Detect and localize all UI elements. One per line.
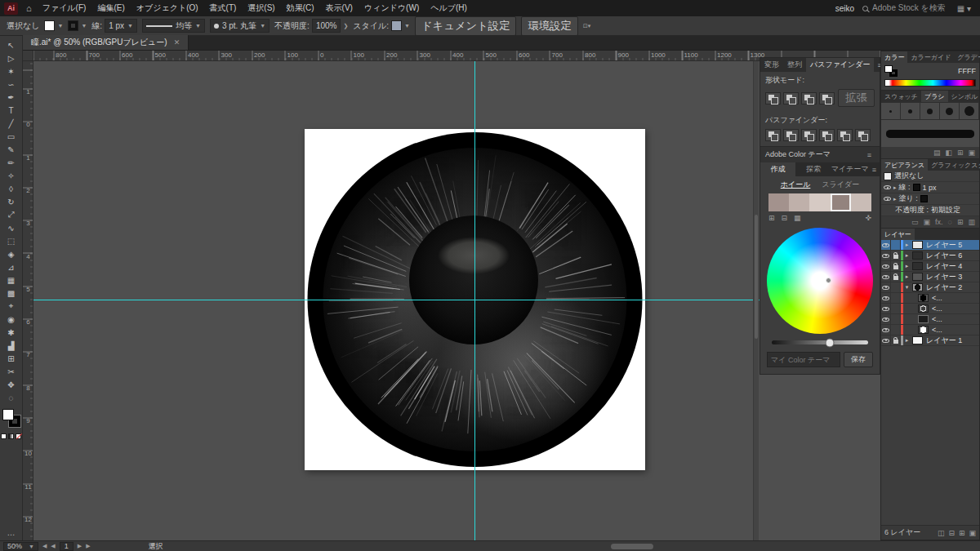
theme-swatch[interactable] — [851, 193, 871, 211]
preferences-button[interactable]: 環境設定 — [521, 16, 577, 36]
brush-item[interactable] — [881, 103, 901, 119]
theme-swatch[interactable] — [809, 193, 830, 211]
zoom-tool[interactable]: ◌ — [2, 391, 21, 404]
expand-arrow[interactable]: ▸ — [903, 273, 911, 280]
menu-item[interactable]: 選択(S) — [242, 2, 280, 14]
clear-appearance-icon[interactable]: ◌ — [948, 218, 952, 226]
gradient-tool[interactable]: ▩ — [2, 287, 21, 300]
first-artboard-icon[interactable]: ◀ — [42, 543, 47, 549]
lock-toggle[interactable] — [891, 335, 901, 345]
prev-artboard-icon[interactable]: ◀ — [51, 543, 55, 549]
layer-row[interactable]: ▸レイヤー 3 — [881, 272, 979, 282]
lock-toggle[interactable] — [891, 282, 901, 292]
perspective-grid-tool[interactable]: ⊿ — [2, 260, 21, 273]
stock-search[interactable]: Adobe Stock を検索 — [862, 2, 952, 14]
layer-row[interactable]: ▸レイヤー 6 — [881, 251, 979, 261]
tab-探索[interactable]: 探索 — [795, 162, 831, 176]
remove-swatch-icon[interactable]: ⊟ — [782, 214, 788, 222]
outline-button[interactable] — [837, 129, 853, 141]
layer-row[interactable]: <... — [881, 293, 979, 304]
brightness-slider[interactable] — [772, 340, 868, 344]
artboard-tool[interactable]: ⊞ — [2, 352, 21, 365]
workspace-switcher-icon[interactable]: ▦ ▾ — [952, 4, 976, 13]
lock-toggle[interactable] — [891, 304, 901, 313]
swatch-grid-icon[interactable]: ▦ — [794, 214, 801, 222]
delete-item-icon[interactable]: ▥ — [968, 218, 975, 226]
slider-knob[interactable] — [825, 338, 834, 347]
layer-row[interactable]: ▸レイヤー 4 — [881, 261, 979, 272]
rotate-tool[interactable]: ↻ — [2, 195, 21, 208]
expand-arrow[interactable]: ▸ — [903, 242, 911, 248]
brush-item[interactable] — [940, 103, 960, 119]
stroke-weight-field[interactable]: 1 px▼ — [105, 19, 137, 33]
visibility-toggle[interactable] — [881, 304, 891, 313]
mesh-tool[interactable]: ▦ — [2, 273, 21, 287]
document-setup-button[interactable]: ドキュメント設定 — [415, 16, 517, 36]
layer-row[interactable]: ▸レイヤー 5 — [881, 240, 979, 251]
ruler-vertical[interactable]: 10123456789101112 — [23, 61, 33, 540]
slider-link[interactable]: スライダー — [822, 180, 859, 190]
visibility-toggle[interactable] — [881, 314, 891, 324]
menu-item[interactable]: ファイル(F) — [37, 2, 92, 14]
toolbar-overflow-button[interactable]: … — [7, 528, 16, 537]
panel-menu-icon[interactable]: ≡ — [864, 151, 875, 159]
scale-tool[interactable]: ⤢ — [2, 208, 21, 221]
new-brush-icon[interactable]: ⊞ — [957, 149, 964, 157]
theme-swatch[interactable] — [789, 193, 809, 211]
shape-builder-tool[interactable]: ◈ — [2, 247, 21, 260]
stroke-color-control[interactable]: ▼ — [68, 20, 87, 31]
type-tool[interactable]: T — [2, 104, 21, 117]
lock-toggle[interactable] — [891, 293, 901, 303]
new-fill-icon[interactable]: ▣ — [924, 218, 931, 226]
divide-button[interactable] — [765, 129, 781, 141]
canvas[interactable]: 8007006005004003002001000100200300400500… — [23, 51, 980, 540]
tab-整列[interactable]: 整列 — [783, 58, 806, 72]
delete-layer-icon[interactable]: ▣ — [969, 529, 976, 537]
visibility-toggle[interactable] — [881, 325, 891, 335]
layer-row[interactable]: <... — [881, 314, 979, 325]
menu-item[interactable]: オブジェクト(O) — [131, 2, 204, 14]
eraser-tool[interactable]: ◊ — [2, 182, 21, 195]
line-segment-tool[interactable]: ╱ — [2, 117, 21, 130]
brush-item[interactable] — [920, 103, 940, 119]
save-theme-button[interactable]: 保存 — [844, 352, 873, 367]
add-swatch-icon[interactable]: ⊞ — [768, 214, 775, 222]
unite-button[interactable] — [765, 92, 781, 104]
home-icon[interactable]: ⌂ — [21, 3, 37, 13]
lock-toggle[interactable] — [891, 251, 901, 260]
brush-item[interactable] — [901, 103, 920, 119]
visibility-toggle[interactable] — [881, 293, 891, 303]
lasso-tool[interactable]: ∽ — [2, 78, 21, 91]
layer-row[interactable]: <... — [881, 304, 979, 314]
color-spectrum-bar[interactable] — [884, 79, 976, 87]
gradient-mode-button[interactable] — [8, 433, 14, 439]
color-rule-icon[interactable]: ✜ — [865, 214, 871, 222]
eye-icon[interactable] — [884, 185, 891, 189]
close-icon[interactable]: ✕ — [174, 38, 180, 47]
magic-wand-tool[interactable]: ✶ — [2, 64, 21, 78]
minus-front-button[interactable] — [783, 92, 799, 104]
menu-item[interactable]: 表示(V) — [320, 2, 359, 14]
theme-name-input[interactable] — [767, 352, 840, 367]
tab-アピアランス[interactable]: アピアランス — [881, 159, 928, 171]
expand-arrow[interactable]: ▸ — [903, 252, 911, 259]
tab-作成[interactable]: 作成 — [760, 162, 795, 176]
color-wheel-marker[interactable] — [826, 278, 831, 283]
theme-swatch[interactable] — [831, 193, 851, 211]
chevron-right-icon[interactable]: ▸ — [893, 196, 897, 202]
stroke-profile-select[interactable]: 均等▼ — [142, 19, 205, 33]
fill-stroke-control[interactable] — [2, 409, 20, 427]
brush-library-icon[interactable]: ▤ — [933, 149, 941, 157]
none-mode-button[interactable] — [16, 433, 21, 439]
theme-swatch[interactable] — [768, 193, 789, 211]
fill-color-swatch[interactable] — [2, 409, 14, 420]
new-sublayer-icon[interactable]: ⊟ — [948, 529, 955, 537]
lock-toggle[interactable] — [891, 240, 901, 250]
visibility-toggle[interactable] — [881, 251, 891, 260]
tab-グラフィックスタイル[interactable]: グラフィックスタイル — [928, 159, 980, 171]
horizontal-scrollbar-thumb[interactable] — [611, 544, 653, 549]
slice-tool[interactable]: ✂ — [2, 365, 21, 378]
eye-icon[interactable] — [884, 197, 891, 201]
intersect-button[interactable] — [801, 92, 817, 104]
artboard-number-field[interactable]: 1 — [60, 542, 74, 551]
